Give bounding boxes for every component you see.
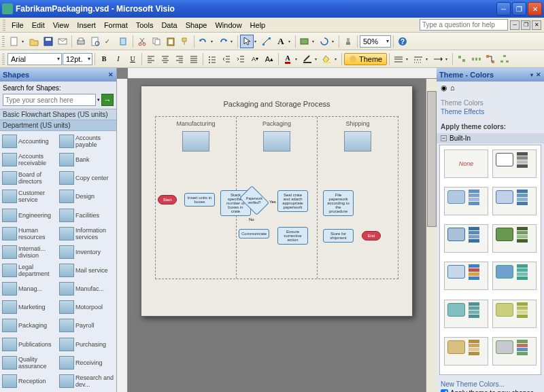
- menu-window[interactable]: Window: [211, 20, 245, 31]
- theme-swatch[interactable]: [444, 187, 488, 215]
- apply-new-checkbox[interactable]: Apply theme to new shapes: [441, 389, 540, 392]
- minimize-button[interactable]: ─: [496, 2, 511, 16]
- shape-stencil-item[interactable]: Design: [58, 188, 115, 205]
- theme-swatch[interactable]: [492, 224, 537, 253]
- shape-stencil-item[interactable]: Human resources: [1, 225, 58, 243]
- align-justify-button[interactable]: [187, 52, 201, 66]
- help-search-input[interactable]: [420, 19, 508, 31]
- shape-stencil-item[interactable]: Mail service: [58, 262, 115, 279]
- font-size-combo[interactable]: 12pt.: [63, 53, 92, 65]
- shape-stencil-item[interactable]: Purchasing: [58, 335, 115, 353]
- print-preview-button[interactable]: [88, 35, 102, 48]
- menu-format[interactable]: Format: [100, 20, 132, 31]
- theme-swatch[interactable]: [444, 300, 488, 328]
- stencil-department[interactable]: Department (US units): [0, 120, 116, 131]
- underline-button[interactable]: U: [126, 52, 139, 66]
- shape-stencil-item[interactable]: Reception: [1, 372, 58, 390]
- bold-button[interactable]: B: [97, 52, 111, 66]
- shape-stencil-item[interactable]: Quality assurance: [1, 354, 58, 372]
- shape-stencil-item[interactable]: Facilities: [58, 207, 115, 224]
- theme-close-button[interactable]: ✕: [536, 71, 541, 78]
- shape-stencil-item[interactable]: Engineering: [1, 207, 58, 224]
- theme-button[interactable]: Theme: [344, 53, 387, 65]
- format-painter-button[interactable]: [178, 35, 192, 48]
- layout-button[interactable]: [498, 52, 511, 66]
- fill-color-button[interactable]: [320, 52, 334, 66]
- theme-swatch-none[interactable]: None: [444, 149, 488, 178]
- lane-manufacturing[interactable]: Manufacturing Start Insert units in boxe…: [156, 117, 237, 279]
- decrease-font-button[interactable]: A▾: [248, 52, 262, 66]
- lane-packaging[interactable]: Packaging Paperwork verified? Seal crate…: [237, 117, 318, 279]
- shape-stencil-item[interactable]: Payroll: [58, 317, 115, 334]
- flow-node[interactable]: Insert units in boxes: [184, 193, 215, 207]
- theme-swatch[interactable]: [444, 262, 488, 290]
- bullets-button[interactable]: [205, 52, 219, 66]
- shape-stencil-item[interactable]: Accounts receivable: [1, 151, 58, 168]
- line-weight-button[interactable]: [392, 52, 405, 66]
- flow-end[interactable]: End: [362, 231, 381, 240]
- shape-stencil-item[interactable]: Research and dev...: [58, 372, 115, 390]
- drawing-page[interactable]: Packaging and Storage Process Manufactur…: [141, 86, 413, 317]
- shape-stencil-item[interactable]: Internati... division: [1, 243, 58, 261]
- print-button[interactable]: [74, 35, 88, 48]
- redo-button[interactable]: [216, 35, 230, 48]
- align-right-button[interactable]: [173, 52, 186, 66]
- new-button[interactable]: [7, 35, 21, 48]
- font-combo[interactable]: Arial: [7, 53, 62, 65]
- doc-close-button[interactable]: ✕: [532, 20, 541, 30]
- link-theme-effects[interactable]: Theme Effects: [441, 107, 540, 116]
- copy-button[interactable]: [150, 35, 163, 48]
- line-pattern-button[interactable]: [411, 52, 425, 66]
- shape-stencil-item[interactable]: Information services: [58, 225, 115, 243]
- cut-button[interactable]: [135, 35, 149, 48]
- zoom-combo[interactable]: 50%: [360, 35, 391, 48]
- email-button[interactable]: [56, 35, 69, 48]
- vertical-scrollbar[interactable]: [426, 79, 437, 392]
- doc-restore-button[interactable]: ❐: [521, 20, 530, 30]
- shape-stencil-item[interactable]: Motorpool: [58, 298, 115, 316]
- flow-start[interactable]: Start: [158, 195, 177, 204]
- increase-font-button[interactable]: A▴: [262, 52, 276, 66]
- drawing-canvas[interactable]: Packaging and Storage Process Manufactur…: [128, 79, 426, 392]
- shape-stencil-item[interactable]: Board of directors: [1, 169, 58, 187]
- theme-swatch[interactable]: [492, 262, 537, 290]
- shape-stencil-item[interactable]: Publications: [1, 335, 58, 353]
- link-new-theme-colors[interactable]: New Theme Colors...: [441, 380, 540, 389]
- italic-button[interactable]: I: [112, 52, 125, 66]
- help-button[interactable]: ?: [396, 35, 409, 48]
- back-icon[interactable]: ◉: [441, 84, 447, 92]
- menu-help[interactable]: Help: [246, 20, 270, 31]
- shape-stencil-item[interactable]: Copy center: [58, 169, 115, 187]
- maximize-button[interactable]: ❐: [512, 2, 526, 16]
- shape-stencil-item[interactable]: Manufac...: [58, 280, 115, 298]
- save-button[interactable]: [41, 35, 55, 48]
- menu-file[interactable]: File: [7, 20, 28, 31]
- menu-data[interactable]: Data: [157, 20, 181, 31]
- theme-swatch[interactable]: [492, 337, 537, 366]
- undo-button[interactable]: [197, 35, 210, 48]
- increase-indent-button[interactable]: [234, 52, 248, 66]
- line-ends-button[interactable]: [431, 52, 445, 66]
- menu-insert[interactable]: Insert: [73, 20, 100, 31]
- align-left-button[interactable]: [144, 52, 158, 66]
- text-tool-button[interactable]: A: [274, 35, 288, 48]
- doc-minimize-button[interactable]: ─: [510, 20, 520, 30]
- flow-node[interactable]: Communicate: [239, 229, 269, 238]
- theme-swatch[interactable]: [444, 337, 488, 366]
- font-color-button[interactable]: A: [281, 52, 294, 66]
- connect-shapes-button[interactable]: [483, 52, 497, 66]
- shapes-search-input[interactable]: [3, 94, 96, 106]
- stamp-button[interactable]: [341, 35, 355, 48]
- shape-stencil-item[interactable]: Accounting: [1, 132, 58, 150]
- connector-tool-button[interactable]: [260, 35, 273, 48]
- rotate-button[interactable]: [318, 35, 331, 48]
- home-icon[interactable]: ⌂: [450, 84, 455, 92]
- theme-swatch[interactable]: [492, 187, 537, 215]
- flow-decision[interactable]: Paperwork verified?: [239, 185, 269, 215]
- shape-stencil-item[interactable]: Customer service: [1, 188, 58, 205]
- link-theme-colors[interactable]: Theme Colors: [441, 99, 540, 107]
- shape-stencil-item[interactable]: Accounts payable: [58, 132, 115, 150]
- stencil-flowchart[interactable]: Basic Flowchart Shapes (US units): [0, 109, 116, 120]
- spelling-button[interactable]: ✓: [103, 35, 116, 48]
- theme-swatch[interactable]: [492, 149, 537, 178]
